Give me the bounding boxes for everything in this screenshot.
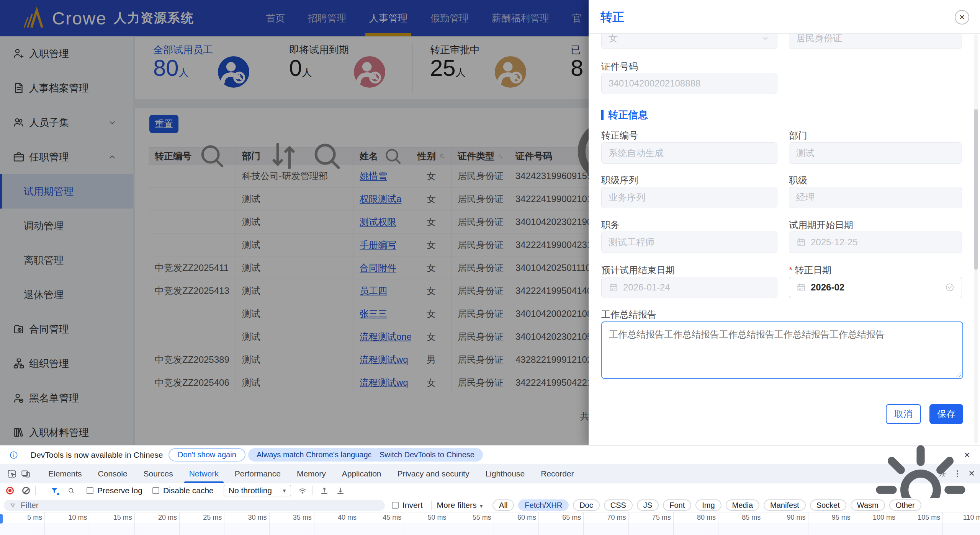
search-icon[interactable] [67,486,75,495]
more-filters-button[interactable]: More filters ▼ [437,501,484,510]
export-har-icon[interactable] [336,486,345,495]
request-type-label: JS [643,501,652,510]
start-date-value: 2025-12-25 [811,237,858,248]
regularization-drawer: 女 居民身份证 转正 × 证件号码 340104200202108888 转正信… [589,0,980,445]
report-value: 工作总结报告工作总结报告工作总结报告工作总结报告工作总结报告 [609,329,885,339]
request-type-label: All [499,501,507,510]
request-type-pill[interactable]: Fetch/XHR [518,499,569,511]
duty-input[interactable]: 测试工程师 [601,232,777,253]
request-type-pill[interactable]: JS [637,499,659,511]
rank-input[interactable]: 经理 [789,187,962,208]
info-icon [9,450,18,460]
drawer-header: 转正 × [589,0,980,34]
banner-text: DevTools is now available in Chinese [31,450,163,460]
request-type-label: Media [732,501,753,510]
idno-label: 证件号码 [601,60,638,73]
devtools-tab[interactable]: Console [90,464,136,483]
devtools-tab-label: Sources [144,469,173,478]
devtools-tab[interactable]: Privacy and security [389,464,477,483]
devtools-tab-label: Performance [235,469,281,478]
drawer-footer: 取消 保存 [886,404,963,424]
disable-cache-label: Disable cache [163,486,214,495]
request-type-pill[interactable]: Font [663,499,691,511]
divider [35,486,36,495]
timeline-tick: 60 ms [494,512,539,535]
filter-input[interactable]: Filter [4,500,385,511]
start-date-input[interactable]: 2025-12-25 [789,232,962,253]
dont-show-again-button[interactable]: Don't show again [169,448,245,462]
timeline-tick: 35 ms [270,512,314,535]
request-type-pill[interactable]: Manifest [764,499,806,511]
network-conditions-icon[interactable] [298,486,307,495]
timeline-tick: 25 ms [180,512,224,535]
request-type-pill[interactable]: Doc [573,499,600,511]
disable-cache-checkbox[interactable] [152,487,159,494]
request-type-pill[interactable]: Wasm [851,499,885,511]
request-type-pill[interactable]: CSS [604,499,633,511]
request-type-pill[interactable]: Socket [810,499,846,511]
devtools-tab[interactable]: Application [334,464,389,483]
idno-input[interactable]: 340104200202108888 [601,73,777,94]
code-placeholder: 系统自动生成 [609,147,664,159]
series-input[interactable]: 业务序列 [601,187,777,208]
invert-checkbox[interactable] [392,502,399,509]
timeline-tick: 110 ms [943,512,980,535]
divider [37,469,37,479]
gender-value: 女 [609,32,618,44]
section-marker [601,110,604,120]
divider [312,486,313,495]
inspect-icon[interactable] [7,469,17,479]
timeline-ruler[interactable]: 5 ms 10 ms 15 ms 20 ms 25 ms 30 ms 35 ms… [0,512,980,535]
request-type-pill[interactable]: Img [695,499,721,511]
end-date-input[interactable]: 2026-01-24 [601,277,777,298]
request-type-pill[interactable]: Media [726,499,759,511]
dept-input[interactable]: 测试 [789,142,962,164]
network-toolbar: Preserve log Disable cache No throttling… [0,483,980,498]
end-date-value: 2026-01-24 [623,282,670,293]
dept-label: 部门 [789,129,807,142]
record-icon[interactable] [6,487,14,494]
devtools-tab[interactable]: Memory [289,464,334,483]
request-type-label: CSS [610,501,626,510]
devtools-tab-label: Lighthouse [485,469,525,478]
report-textarea[interactable]: 工作总结报告工作总结报告工作总结报告工作总结报告工作总结报告 [601,321,963,379]
series-label: 职级序列 [601,174,638,186]
devtools-tab[interactable]: Network [181,464,227,483]
device-toolbar-icon[interactable] [21,469,31,479]
code-input[interactable]: 系统自动生成 [601,142,777,164]
devtools-tab[interactable]: Elements [40,464,90,483]
required-mark: * [789,265,792,275]
devtools-tab[interactable]: Sources [136,464,181,483]
close-icon[interactable]: × [955,10,969,24]
devtools-tab[interactable]: Recorder [533,464,582,483]
scrollbar-thumb[interactable] [974,109,978,270]
request-type-label: Socket [816,501,840,510]
drawer-scrollbar[interactable] [974,34,978,444]
filter-funnel-icon[interactable] [50,486,59,495]
devtools-tab[interactable]: Lighthouse [477,464,533,483]
clear-icon[interactable] [22,487,30,494]
devtools-tab-label: Privacy and security [397,469,469,478]
devtools-banner: DevTools is now available in Chinese Don… [0,445,980,464]
cancel-button[interactable]: 取消 [886,404,921,424]
request-type-pill[interactable]: All [492,499,514,511]
timeline-tick: 55 ms [449,512,494,535]
rank-label: 职级 [789,174,807,186]
timeline-tick: 30 ms [224,512,269,535]
save-button[interactable]: 保存 [929,404,963,424]
import-har-icon[interactable] [320,486,329,495]
switch-chinese-button[interactable]: Switch DevTools to Chinese [371,448,483,462]
match-language-button[interactable]: Always match Chrome's language [248,448,381,462]
network-filter-row: Filter Invert More filters ▼ All Fetch/X… [0,498,980,512]
preserve-log-checkbox[interactable] [87,487,93,494]
devtools-tab[interactable]: Performance [227,464,289,483]
filter-placeholder: Filter [21,501,39,510]
request-type-pill[interactable]: Other [889,499,921,511]
timeline-tick: 75 ms [629,512,674,535]
devtools-tab-label: Recorder [541,469,574,478]
reg-date-input[interactable]: 2026-02 [789,277,962,298]
throttling-select[interactable]: No throttling ▼ [224,485,291,496]
devtools-tab-label: Elements [48,469,82,478]
devtools-tab-label: Console [98,469,128,478]
calendar-icon [796,237,806,247]
